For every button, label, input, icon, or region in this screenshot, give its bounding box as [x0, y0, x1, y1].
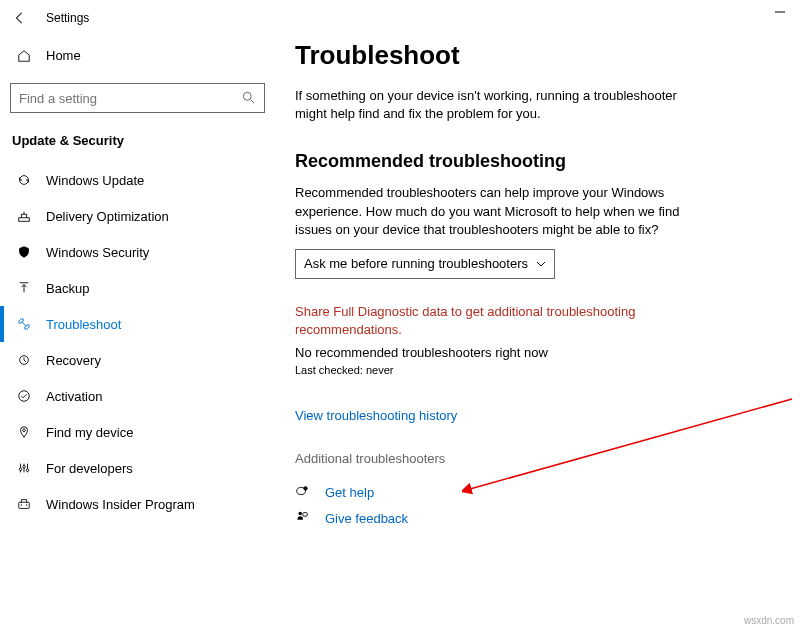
additional-troubleshooters[interactable]: Additional troubleshooters [295, 451, 790, 466]
back-button[interactable] [8, 6, 32, 30]
home-label: Home [46, 48, 81, 63]
history-link[interactable]: View troubleshooting history [295, 408, 790, 423]
help-icon [295, 484, 311, 500]
minimize-button[interactable] [770, 2, 790, 22]
developers-icon [16, 460, 32, 476]
nav-section-header: Update & Security [10, 129, 265, 162]
minimize-icon [775, 7, 785, 17]
recommendation-dropdown[interactable]: Ask me before running troubleshooters [295, 249, 555, 279]
nav-label: Delivery Optimization [46, 209, 169, 224]
nav-label: Recovery [46, 353, 101, 368]
svg-point-6 [23, 429, 26, 432]
nav-windows-insider[interactable]: Windows Insider Program [10, 486, 265, 522]
sidebar: Home Update & Security Windows Update De… [0, 40, 275, 522]
backup-icon [16, 280, 32, 296]
sync-icon [16, 172, 32, 188]
page-title: Troubleshoot [295, 40, 790, 71]
main-content: Troubleshoot If something on your device… [295, 40, 790, 536]
recommended-desc: Recommended troubleshooters can help imp… [295, 184, 685, 239]
get-help-row[interactable]: Get help [295, 484, 790, 500]
svg-point-1 [243, 92, 251, 100]
nav-find-my-device[interactable]: Find my device [10, 414, 265, 450]
svg-point-9 [26, 469, 29, 472]
activation-icon [16, 388, 32, 404]
intro-text: If something on your device isn't workin… [295, 87, 685, 123]
delivery-icon [16, 208, 32, 224]
nav-label: Windows Update [46, 173, 144, 188]
nav-label: Windows Security [46, 245, 149, 260]
nav-recovery[interactable]: Recovery [10, 342, 265, 378]
home-nav[interactable]: Home [10, 40, 265, 71]
svg-rect-10 [19, 502, 30, 508]
feedback-link[interactable]: Give feedback [325, 511, 408, 526]
feedback-row[interactable]: Give feedback [295, 510, 790, 526]
recommended-heading: Recommended troubleshooting [295, 151, 790, 172]
svg-point-7 [19, 468, 22, 471]
nav-label: Find my device [46, 425, 133, 440]
location-icon [16, 424, 32, 440]
svg-rect-16 [303, 513, 307, 517]
feedback-icon [295, 510, 311, 526]
troubleshoot-icon [16, 316, 32, 332]
svg-point-15 [299, 512, 303, 516]
nav-label: Windows Insider Program [46, 497, 195, 512]
svg-rect-3 [19, 218, 30, 222]
recommendation-status: No recommended troubleshooters right now [295, 345, 790, 360]
svg-point-11 [21, 504, 22, 505]
nav-activation[interactable]: Activation [10, 378, 265, 414]
search-box[interactable] [10, 83, 265, 113]
nav-delivery-optimization[interactable]: Delivery Optimization [10, 198, 265, 234]
nav-windows-security[interactable]: Windows Security [10, 234, 265, 270]
nav-label: For developers [46, 461, 133, 476]
diagnostic-warning: Share Full Diagnostic data to get additi… [295, 303, 685, 339]
dropdown-value: Ask me before running troubleshooters [304, 256, 528, 271]
last-checked: Last checked: never [295, 364, 790, 376]
search-input[interactable] [19, 91, 242, 106]
shield-icon [16, 244, 32, 260]
svg-point-12 [26, 504, 27, 505]
nav-label: Activation [46, 389, 102, 404]
svg-line-2 [251, 100, 255, 104]
search-icon [242, 91, 256, 105]
nav-windows-update[interactable]: Windows Update [10, 162, 265, 198]
svg-point-14 [304, 487, 308, 491]
svg-point-8 [23, 465, 26, 468]
home-icon [16, 49, 32, 63]
insider-icon [16, 496, 32, 512]
svg-point-5 [19, 391, 30, 402]
nav-label: Backup [46, 281, 89, 296]
watermark: wsxdn.com [744, 615, 794, 626]
get-help-link[interactable]: Get help [325, 485, 374, 500]
nav-for-developers[interactable]: For developers [10, 450, 265, 486]
nav-troubleshoot[interactable]: Troubleshoot [10, 306, 265, 342]
chevron-down-icon [536, 259, 546, 269]
nav-label: Troubleshoot [46, 317, 121, 332]
recovery-icon [16, 352, 32, 368]
nav-backup[interactable]: Backup [10, 270, 265, 306]
window-title: Settings [46, 11, 89, 25]
arrow-left-icon [13, 11, 27, 25]
